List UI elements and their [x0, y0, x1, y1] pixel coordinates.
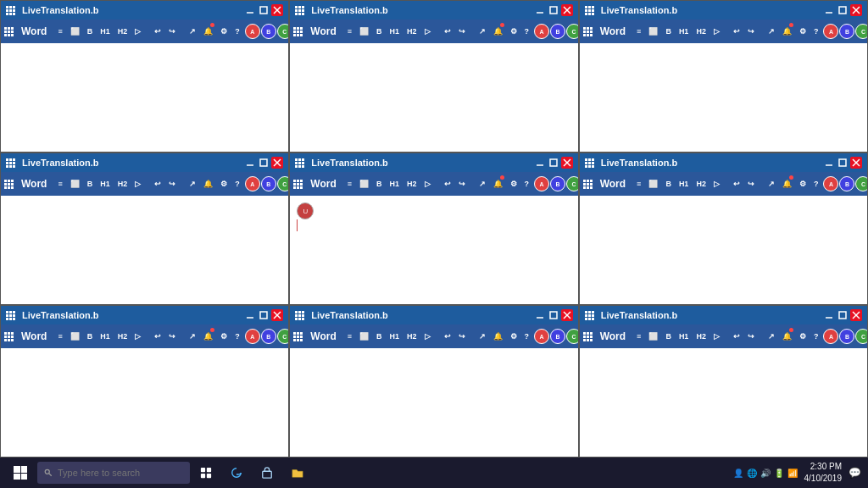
word-window-8[interactable]: LiveTranslation.b Word	[289, 305, 578, 458]
h1-btn[interactable]: H1	[387, 327, 403, 346]
bold-btn[interactable]: B	[663, 22, 674, 41]
close-button[interactable]	[561, 157, 573, 169]
settings-btn[interactable]: ⚙	[797, 327, 809, 346]
minimize-button[interactable]	[534, 309, 546, 321]
play-btn[interactable]: ▷	[132, 175, 143, 193]
undo-btn[interactable]: ↩	[152, 175, 164, 193]
h2-btn[interactable]: H2	[404, 175, 420, 193]
minimize-button[interactable]	[244, 309, 256, 321]
play-btn[interactable]: ▷	[711, 327, 722, 346]
play-btn[interactable]: ▷	[422, 22, 433, 41]
list-btn[interactable]: ≡	[55, 22, 64, 41]
window-content-8[interactable]	[290, 348, 577, 457]
h1-btn[interactable]: H1	[97, 175, 113, 193]
h2-btn[interactable]: H2	[404, 327, 420, 346]
settings-btn[interactable]: ⚙	[797, 22, 809, 41]
toolbar-grid-icon[interactable]	[293, 332, 303, 341]
toolbar-grid-icon[interactable]	[4, 332, 14, 341]
share-btn[interactable]: ↗	[186, 327, 198, 346]
edge-button[interactable]	[224, 460, 249, 485]
minimize-button[interactable]	[244, 4, 256, 16]
h1-btn[interactable]: H1	[676, 22, 692, 41]
share-btn[interactable]: ↗	[186, 175, 198, 193]
h1-btn[interactable]: H1	[676, 175, 692, 193]
close-button[interactable]	[561, 4, 573, 16]
bold-btn[interactable]: B	[85, 327, 96, 346]
image-btn[interactable]: ⬜	[646, 175, 660, 193]
list-btn[interactable]: ≡	[345, 175, 354, 193]
bold-btn[interactable]: B	[374, 22, 385, 41]
settings-btn[interactable]: ⚙	[508, 175, 520, 193]
settings-btn[interactable]: ⚙	[218, 22, 230, 41]
settings-btn[interactable]: ⚙	[797, 175, 809, 193]
app-grid-icon[interactable]	[295, 158, 304, 168]
bell-btn[interactable]: 🔔	[780, 22, 794, 41]
minimize-button[interactable]	[244, 157, 256, 169]
undo-btn[interactable]: ↩	[152, 327, 164, 346]
undo-btn[interactable]: ↩	[442, 175, 453, 193]
bell-btn[interactable]: 🔔	[491, 175, 505, 193]
window-content-5[interactable]: U	[290, 196, 577, 304]
list-btn[interactable]: ≡	[345, 327, 354, 346]
word-window-1[interactable]: LiveTranslation.b Word	[0, 0, 289, 152]
undo-btn[interactable]: ↩	[442, 22, 453, 41]
share-btn[interactable]: ↗	[476, 175, 488, 193]
network-icon[interactable]: 🌐	[747, 469, 757, 478]
wifi-icon[interactable]: 📶	[787, 469, 798, 478]
help-btn[interactable]: ?	[811, 327, 821, 346]
list-btn[interactable]: ≡	[634, 22, 643, 41]
image-btn[interactable]: ⬜	[357, 327, 371, 346]
app-grid-icon[interactable]	[295, 6, 304, 15]
play-btn[interactable]: ▷	[711, 22, 722, 41]
bell-btn[interactable]: 🔔	[201, 327, 215, 346]
list-btn[interactable]: ≡	[55, 327, 64, 346]
maximize-button[interactable]	[548, 157, 559, 169]
word-window-6[interactable]: LiveTranslation.b Word	[579, 152, 868, 305]
window-content-2[interactable]	[290, 43, 577, 152]
help-btn[interactable]: ?	[811, 175, 821, 193]
play-btn[interactable]: ▷	[132, 327, 143, 346]
redo-btn[interactable]: ↪	[456, 175, 468, 193]
notification-center-button[interactable]: 💬	[849, 467, 861, 479]
play-btn[interactable]: ▷	[422, 175, 433, 193]
maximize-button[interactable]	[258, 157, 270, 169]
close-button[interactable]	[850, 157, 862, 169]
search-bar[interactable]	[37, 462, 190, 484]
toolbar-grid-icon[interactable]	[4, 180, 14, 189]
close-button[interactable]	[850, 4, 862, 16]
list-btn[interactable]: ≡	[634, 175, 643, 193]
word-window-2[interactable]: LiveTranslation.b Word	[289, 0, 578, 152]
bell-btn[interactable]: 🔔	[780, 175, 794, 193]
settings-btn[interactable]: ⚙	[508, 327, 520, 346]
minimize-button[interactable]	[823, 157, 835, 169]
undo-btn[interactable]: ↩	[152, 22, 164, 41]
help-btn[interactable]: ?	[522, 175, 532, 193]
play-btn[interactable]: ▷	[711, 175, 722, 193]
share-btn[interactable]: ↗	[186, 22, 198, 41]
bell-btn[interactable]: 🔔	[491, 22, 505, 41]
maximize-button[interactable]	[548, 4, 559, 16]
word-window-7[interactable]: LiveTranslation.b Word	[0, 305, 289, 458]
h1-btn[interactable]: H1	[676, 327, 692, 346]
maximize-button[interactable]	[258, 4, 270, 16]
toolbar-grid-icon[interactable]	[293, 180, 303, 189]
app-grid-icon[interactable]	[6, 158, 15, 168]
bell-btn[interactable]: 🔔	[780, 327, 794, 346]
h1-btn[interactable]: H1	[97, 22, 113, 41]
help-btn[interactable]: ?	[522, 327, 532, 346]
window-content-7[interactable]	[1, 348, 288, 457]
window-content-4[interactable]	[1, 196, 288, 304]
bold-btn[interactable]: B	[85, 175, 96, 193]
help-btn[interactable]: ?	[232, 22, 242, 41]
redo-btn[interactable]: ↪	[745, 175, 757, 193]
bold-btn[interactable]: B	[663, 327, 674, 346]
close-button[interactable]	[850, 309, 862, 321]
close-button[interactable]	[561, 309, 573, 321]
toolbar-grid-icon[interactable]	[583, 332, 593, 341]
play-btn[interactable]: ▷	[422, 327, 433, 346]
play-btn[interactable]: ▷	[132, 22, 143, 41]
redo-btn[interactable]: ↪	[745, 327, 757, 346]
redo-btn[interactable]: ↪	[166, 22, 178, 41]
share-btn[interactable]: ↗	[476, 22, 488, 41]
toolbar-grid-icon[interactable]	[583, 27, 593, 36]
